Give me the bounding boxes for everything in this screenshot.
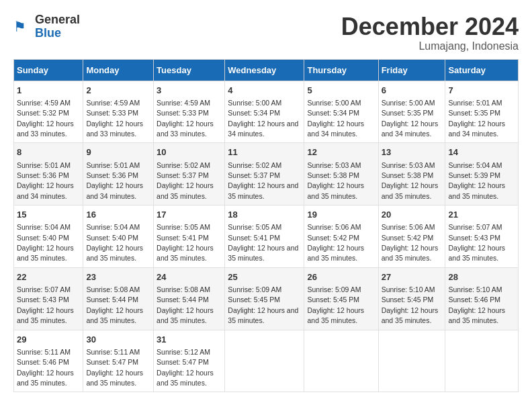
day-info: Sunrise: 5:11 AMSunset: 5:47 PMDaylight:… bbox=[86, 348, 143, 387]
calendar-cell: 19 Sunrise: 5:06 AMSunset: 5:42 PMDaylig… bbox=[304, 205, 378, 268]
calendar-cell: 25 Sunrise: 5:09 AMSunset: 5:45 PMDaylig… bbox=[225, 267, 304, 330]
day-info: Sunrise: 5:09 AMSunset: 5:45 PMDaylight:… bbox=[228, 285, 298, 324]
day-number: 14 bbox=[448, 146, 515, 158]
day-number: 17 bbox=[157, 209, 222, 221]
day-info: Sunrise: 5:04 AMSunset: 5:39 PMDaylight:… bbox=[448, 161, 505, 200]
header-monday: Monday bbox=[83, 59, 154, 81]
day-number: 1 bbox=[17, 85, 80, 97]
day-number: 26 bbox=[307, 271, 375, 283]
calendar-cell: 24 Sunrise: 5:08 AMSunset: 5:44 PMDaylig… bbox=[154, 267, 225, 330]
day-info: Sunrise: 5:04 AMSunset: 5:40 PMDaylight:… bbox=[86, 223, 143, 262]
calendar-cell: 20 Sunrise: 5:06 AMSunset: 5:42 PMDaylig… bbox=[378, 205, 445, 268]
day-number: 28 bbox=[448, 271, 515, 283]
day-info: Sunrise: 5:02 AMSunset: 5:37 PMDaylight:… bbox=[157, 161, 214, 200]
day-number: 20 bbox=[382, 209, 443, 221]
day-number: 10 bbox=[157, 146, 222, 158]
day-info: Sunrise: 5:03 AMSunset: 5:38 PMDaylight:… bbox=[307, 161, 364, 200]
day-number: 18 bbox=[228, 209, 301, 221]
day-info: Sunrise: 5:05 AMSunset: 5:41 PMDaylight:… bbox=[157, 223, 214, 262]
week-row-4: 22 Sunrise: 5:07 AMSunset: 5:43 PMDaylig… bbox=[14, 267, 519, 330]
day-info: Sunrise: 5:01 AMSunset: 5:36 PMDaylight:… bbox=[17, 161, 74, 200]
day-number: 5 bbox=[307, 85, 375, 97]
calendar-cell: 15 Sunrise: 5:04 AMSunset: 5:40 PMDaylig… bbox=[14, 205, 83, 268]
calendar-cell: 26 Sunrise: 5:09 AMSunset: 5:45 PMDaylig… bbox=[304, 267, 378, 330]
day-number: 11 bbox=[228, 146, 301, 158]
day-info: Sunrise: 5:01 AMSunset: 5:35 PMDaylight:… bbox=[448, 99, 505, 138]
calendar-cell: 28 Sunrise: 5:10 AMSunset: 5:46 PMDaylig… bbox=[445, 267, 519, 330]
calendar-cell bbox=[378, 330, 445, 392]
day-number: 6 bbox=[382, 85, 443, 97]
calendar-cell: 7 Sunrise: 5:01 AMSunset: 5:35 PMDayligh… bbox=[445, 81, 519, 143]
day-info: Sunrise: 5:03 AMSunset: 5:38 PMDaylight:… bbox=[382, 161, 439, 200]
calendar-cell: 6 Sunrise: 5:00 AMSunset: 5:35 PMDayligh… bbox=[378, 81, 445, 143]
header-wednesday: Wednesday bbox=[225, 59, 304, 81]
day-number: 3 bbox=[157, 85, 222, 97]
header-sunday: Sunday bbox=[14, 59, 83, 81]
day-info: Sunrise: 4:59 AMSunset: 5:33 PMDaylight:… bbox=[157, 99, 214, 138]
calendar-cell: 4 Sunrise: 5:00 AMSunset: 5:34 PMDayligh… bbox=[225, 81, 304, 143]
calendar-cell: 10 Sunrise: 5:02 AMSunset: 5:37 PMDaylig… bbox=[154, 143, 225, 205]
calendar-cell: 1 Sunrise: 4:59 AMSunset: 5:32 PMDayligh… bbox=[14, 81, 83, 143]
calendar-cell bbox=[225, 330, 304, 392]
header-friday: Friday bbox=[378, 59, 445, 81]
day-info: Sunrise: 5:00 AMSunset: 5:35 PMDaylight:… bbox=[382, 99, 439, 138]
day-number: 24 bbox=[157, 271, 222, 283]
day-number: 2 bbox=[86, 85, 150, 97]
day-number: 29 bbox=[17, 334, 80, 346]
svg-text:⚑: ⚑ bbox=[13, 18, 26, 34]
day-number: 25 bbox=[228, 271, 301, 283]
day-info: Sunrise: 5:12 AMSunset: 5:47 PMDaylight:… bbox=[157, 348, 214, 387]
day-number: 9 bbox=[86, 146, 150, 158]
day-info: Sunrise: 5:07 AMSunset: 5:43 PMDaylight:… bbox=[17, 285, 74, 324]
calendar-table: SundayMondayTuesdayWednesdayThursdayFrid… bbox=[13, 59, 519, 393]
page-header: ⚑ General Blue December 2024 Lumajang, I… bbox=[13, 13, 519, 52]
logo-general: General bbox=[35, 13, 80, 27]
day-info: Sunrise: 4:59 AMSunset: 5:32 PMDaylight:… bbox=[17, 99, 74, 138]
calendar-cell: 18 Sunrise: 5:05 AMSunset: 5:41 PMDaylig… bbox=[225, 205, 304, 268]
calendar-cell: 23 Sunrise: 5:08 AMSunset: 5:44 PMDaylig… bbox=[83, 267, 154, 330]
day-number: 19 bbox=[307, 209, 375, 221]
day-info: Sunrise: 5:07 AMSunset: 5:43 PMDaylight:… bbox=[448, 223, 505, 262]
day-number: 27 bbox=[382, 271, 443, 283]
day-info: Sunrise: 5:09 AMSunset: 5:45 PMDaylight:… bbox=[307, 285, 364, 324]
calendar-cell: 3 Sunrise: 4:59 AMSunset: 5:33 PMDayligh… bbox=[154, 81, 225, 143]
logo: ⚑ General Blue bbox=[13, 13, 80, 40]
calendar-cell: 30 Sunrise: 5:11 AMSunset: 5:47 PMDaylig… bbox=[83, 330, 154, 392]
day-number: 7 bbox=[448, 85, 515, 97]
weekday-header-row: SundayMondayTuesdayWednesdayThursdayFrid… bbox=[14, 59, 519, 81]
calendar-cell: 16 Sunrise: 5:04 AMSunset: 5:40 PMDaylig… bbox=[83, 205, 154, 268]
day-info: Sunrise: 5:02 AMSunset: 5:37 PMDaylight:… bbox=[228, 161, 298, 200]
calendar-cell: 9 Sunrise: 5:01 AMSunset: 5:36 PMDayligh… bbox=[83, 143, 154, 205]
day-number: 4 bbox=[228, 85, 301, 97]
day-number: 31 bbox=[157, 334, 222, 346]
day-number: 13 bbox=[382, 146, 443, 158]
week-row-3: 15 Sunrise: 5:04 AMSunset: 5:40 PMDaylig… bbox=[14, 205, 519, 268]
day-number: 15 bbox=[17, 209, 80, 221]
week-row-1: 1 Sunrise: 4:59 AMSunset: 5:32 PMDayligh… bbox=[14, 81, 519, 143]
day-info: Sunrise: 5:00 AMSunset: 5:34 PMDaylight:… bbox=[228, 99, 298, 138]
day-number: 16 bbox=[86, 209, 150, 221]
logo-blue: Blue bbox=[35, 27, 80, 40]
calendar-cell: 11 Sunrise: 5:02 AMSunset: 5:37 PMDaylig… bbox=[225, 143, 304, 205]
day-info: Sunrise: 5:10 AMSunset: 5:46 PMDaylight:… bbox=[448, 285, 505, 324]
week-row-2: 8 Sunrise: 5:01 AMSunset: 5:36 PMDayligh… bbox=[14, 143, 519, 205]
day-info: Sunrise: 5:01 AMSunset: 5:36 PMDaylight:… bbox=[86, 161, 143, 200]
calendar-cell: 21 Sunrise: 5:07 AMSunset: 5:43 PMDaylig… bbox=[445, 205, 519, 268]
day-info: Sunrise: 5:08 AMSunset: 5:44 PMDaylight:… bbox=[86, 285, 143, 324]
day-number: 8 bbox=[17, 146, 80, 158]
calendar-cell: 29 Sunrise: 5:11 AMSunset: 5:46 PMDaylig… bbox=[14, 330, 83, 392]
day-info: Sunrise: 5:08 AMSunset: 5:44 PMDaylight:… bbox=[157, 285, 214, 324]
day-info: Sunrise: 5:10 AMSunset: 5:45 PMDaylight:… bbox=[382, 285, 439, 324]
day-number: 12 bbox=[307, 146, 375, 158]
day-number: 21 bbox=[448, 209, 515, 221]
calendar-cell: 17 Sunrise: 5:05 AMSunset: 5:41 PMDaylig… bbox=[154, 205, 225, 268]
day-info: Sunrise: 5:05 AMSunset: 5:41 PMDaylight:… bbox=[228, 223, 298, 262]
title-block: December 2024 Lumajang, Indonesia bbox=[341, 13, 519, 52]
header-thursday: Thursday bbox=[304, 59, 378, 81]
day-number: 23 bbox=[86, 271, 150, 283]
day-info: Sunrise: 5:06 AMSunset: 5:42 PMDaylight:… bbox=[307, 223, 364, 262]
calendar-cell: 13 Sunrise: 5:03 AMSunset: 5:38 PMDaylig… bbox=[378, 143, 445, 205]
calendar-cell: 27 Sunrise: 5:10 AMSunset: 5:45 PMDaylig… bbox=[378, 267, 445, 330]
header-tuesday: Tuesday bbox=[154, 59, 225, 81]
calendar-cell: 5 Sunrise: 5:00 AMSunset: 5:34 PMDayligh… bbox=[304, 81, 378, 143]
